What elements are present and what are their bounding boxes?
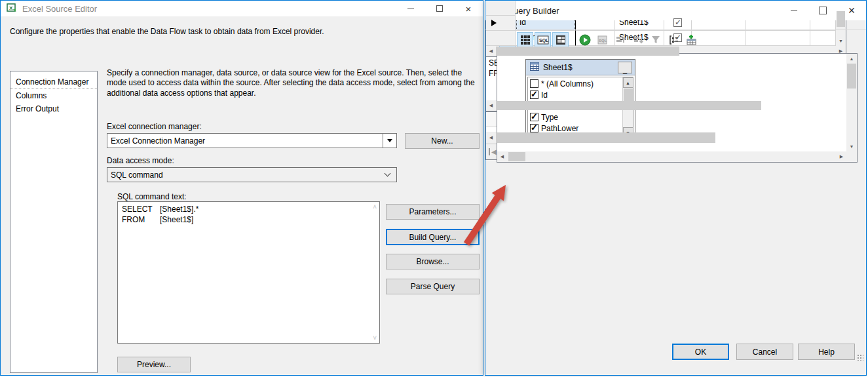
table-window-sheet1[interactable]: Sheet1$ _ * (All Columns) Id Name Type P… xyxy=(525,59,635,140)
svg-text:SQL: SQL xyxy=(539,38,549,43)
scroll-left-icon[interactable]: ◀ xyxy=(486,132,496,142)
scrollbar-thumb[interactable] xyxy=(847,64,856,89)
resize-grip-icon[interactable] xyxy=(857,354,863,361)
column-item-id[interactable]: Id xyxy=(528,89,622,100)
scroll-up-icon[interactable]: ▲ xyxy=(623,77,633,88)
show-grid-pane-icon[interactable] xyxy=(517,32,533,47)
dropdown-arrow-icon[interactable] xyxy=(383,134,396,148)
scroll-left-icon[interactable]: ◀ xyxy=(497,152,507,162)
scrollbar-thumb[interactable] xyxy=(496,101,761,110)
column-item-type[interactable]: Type xyxy=(528,111,622,123)
scroll-right-icon[interactable]: ▶ xyxy=(837,152,846,162)
page-list: Connection Manager Columns Error Output xyxy=(10,71,98,373)
nav-item-columns[interactable]: Columns xyxy=(10,89,97,102)
parse-query-button[interactable]: Parse Query xyxy=(386,279,480,294)
grid-corner-cell xyxy=(486,1,516,16)
column-label: Type xyxy=(541,113,558,122)
checkbox-icon[interactable] xyxy=(530,79,538,88)
sort-ascending-icon[interactable] xyxy=(612,32,628,47)
table-window-header[interactable]: Sheet1$ _ xyxy=(526,60,635,75)
table-title: Sheet1$ xyxy=(543,63,618,72)
ok-button[interactable]: OK xyxy=(672,344,729,360)
sql-text: [Sheet1$].* xyxy=(160,205,198,214)
column-label: Id xyxy=(541,90,548,100)
excel-source-icon: X xyxy=(7,3,17,14)
scroll-up-icon[interactable]: ˄ xyxy=(373,203,377,210)
diagram-vertical-scrollbar[interactable]: ▲ ▼ xyxy=(846,54,857,151)
column-item-all[interactable]: * (All Columns) xyxy=(528,78,622,89)
nav-item-error-output[interactable]: Error Output xyxy=(10,102,97,115)
scroll-down-icon[interactable]: ˅ xyxy=(373,334,377,342)
row-selector-cell[interactable] xyxy=(486,16,516,31)
cancel-button[interactable]: Cancel xyxy=(736,344,793,360)
add-table-icon[interactable] xyxy=(683,32,699,47)
table-minimize-button[interactable]: _ xyxy=(618,62,632,73)
output-checkbox-icon[interactable] xyxy=(673,18,682,27)
query-builder-title: Query Builder xyxy=(507,6,780,16)
sort-descending-icon[interactable] xyxy=(630,32,646,47)
preview-button[interactable]: Preview... xyxy=(117,357,191,372)
current-row-marker-icon xyxy=(491,20,497,26)
sql-keyword: SELECT xyxy=(122,205,160,215)
scrollbar-thumb[interactable] xyxy=(496,132,715,143)
connection-manager-combo[interactable]: Excel Connection Manager xyxy=(107,133,397,148)
minimize-icon[interactable] xyxy=(780,1,808,20)
sql-keyword: FROM xyxy=(122,215,160,226)
svg-text:X: X xyxy=(9,5,13,11)
sql-text: [Sheet1$] xyxy=(160,215,193,224)
scrollbar-thumb[interactable] xyxy=(508,152,525,161)
show-results-pane-icon[interactable] xyxy=(552,32,569,47)
grid-horizontal-scrollbar[interactable]: ◀ ▶ xyxy=(486,46,846,56)
sql-command-textarea[interactable]: SELECT[Sheet1$].* FROM[Sheet1$] ˄ ˅ xyxy=(117,201,380,344)
table-icon xyxy=(530,62,539,73)
data-access-mode-value: SQL command xyxy=(107,170,385,180)
row-selector-cell[interactable] xyxy=(486,31,516,46)
page-description: Specify a connection manager, data sourc… xyxy=(107,68,476,98)
browse-button[interactable]: Browse... xyxy=(386,254,480,269)
scrollbar-thumb[interactable] xyxy=(496,47,679,56)
checkbox-icon[interactable] xyxy=(530,90,538,99)
excel-editor-titlebar[interactable]: X Excel Source Editor × xyxy=(1,1,483,16)
remove-filter-icon[interactable] xyxy=(647,32,664,47)
sql-command-text-label: SQL command text: xyxy=(117,192,187,201)
chevron-down-icon xyxy=(385,170,391,177)
scroll-down-icon[interactable]: ▼ xyxy=(847,142,857,151)
build-query-button[interactable]: Build Query... xyxy=(386,229,480,245)
output-checkbox-icon[interactable] xyxy=(673,33,682,42)
svg-text:SQL: SQL xyxy=(599,39,607,43)
checkbox-icon[interactable] xyxy=(530,113,538,121)
excel-editor-title: Excel Source Editor xyxy=(22,4,396,14)
connection-manager-value: Excel Connection Manager xyxy=(107,136,383,146)
results-horizontal-scrollbar[interactable]: ◀ ▶ xyxy=(486,132,846,144)
help-button[interactable]: Help xyxy=(798,344,855,360)
close-icon[interactable]: × xyxy=(454,1,483,16)
query-builder-window: Query Builder × SQL SQL xyxy=(485,0,867,376)
scroll-left-icon[interactable]: ◀ xyxy=(486,101,496,111)
banner-text: Configure the properties that enable the… xyxy=(10,27,468,36)
new-button[interactable]: New... xyxy=(405,133,480,149)
run-query-icon[interactable] xyxy=(576,32,593,47)
minimize-icon[interactable] xyxy=(396,1,425,16)
data-access-mode-combo[interactable]: SQL command xyxy=(107,167,397,182)
verify-sql-icon[interactable]: SQL xyxy=(594,32,611,47)
connection-manager-label: Excel connection manager: xyxy=(107,122,202,131)
data-access-mode-label: Data access mode: xyxy=(107,156,174,165)
column-label: * (All Columns) xyxy=(541,79,594,89)
maximize-icon[interactable] xyxy=(808,1,837,20)
scroll-up-icon[interactable]: ▲ xyxy=(847,54,857,64)
excel-source-editor-window: X Excel Source Editor × Configure the pr… xyxy=(0,0,483,376)
diagram-horizontal-scrollbar[interactable]: ◀ ▶ xyxy=(497,151,846,162)
show-sql-pane-icon[interactable]: SQL xyxy=(535,32,551,47)
maximize-icon[interactable] xyxy=(425,1,454,16)
sql-horizontal-scrollbar[interactable]: ◀ ▶ xyxy=(486,100,846,111)
scrollbar-thumb[interactable] xyxy=(837,11,845,27)
nav-item-connection-manager[interactable]: Connection Manager xyxy=(10,75,97,89)
parameters-button[interactable]: Parameters... xyxy=(386,204,480,220)
